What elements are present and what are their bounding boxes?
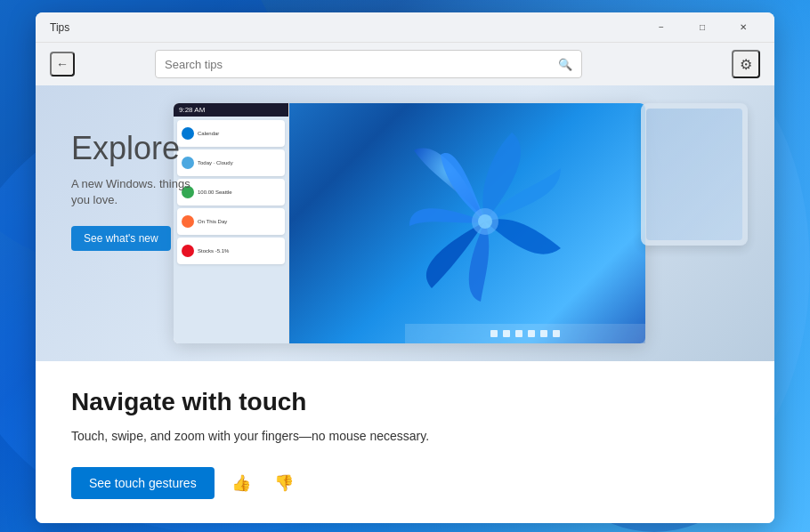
widget-label: Today · Cloudy [198,160,233,165]
close-button[interactable]: ✕ [723,12,764,43]
settings-button[interactable]: ⚙ [732,50,760,78]
tablet-preview [641,103,748,246]
actions-row: See touch gestures 👍 👎 [71,467,739,499]
search-container: 🔍 [155,50,582,78]
hero-section: Explore A new Windows. things you love. … [36,85,774,361]
widget-label: Calendar [198,131,219,136]
win11-screenshot: 9:28 AM Calendar Today · Cloudy 100.0 [174,103,645,343]
content-area: Explore A new Windows. things you love. … [36,85,774,523]
minimize-button[interactable]: − [641,12,682,43]
maximize-button[interactable]: □ [682,12,723,43]
widget-label: 100.00 Seattle [198,189,232,195]
tips-window: Tips − □ ✕ ← 🔍 ⚙ Explore A new Windows. … [36,12,774,523]
screenshot-wallpaper [289,103,645,343]
hero-title: Explore [71,130,196,167]
section-title: Navigate with touch [71,388,739,416]
bottom-content: Navigate with touch Touch, swipe, and zo… [36,361,774,523]
titlebar: Tips − □ ✕ [36,12,774,43]
taskbar-icon [503,330,510,337]
svg-point-1 [478,214,492,229]
thumbs-up-button[interactable]: 👍 [225,467,257,499]
screenshot-taskbar [405,324,645,343]
section-description: Touch, swipe, and zoom with your fingers… [71,427,739,446]
win11-flower-icon [396,124,574,323]
screenshot-time: 9:28 AM [174,103,288,117]
toolbar: ← 🔍 ⚙ [36,43,774,85]
search-input[interactable] [165,58,558,71]
hero-subtitle: A new Windows. things you love. [71,176,196,208]
titlebar-controls: − □ ✕ [641,12,764,43]
search-icon: 🔍 [558,58,572,71]
see-whats-new-button[interactable]: See what's new [71,226,171,251]
window-title: Tips [50,21,69,34]
taskbar-icon [490,330,498,337]
taskbar-icon [528,330,535,337]
widget-label: On This Day [198,219,227,224]
widget-label: Stocks -5.1% [198,248,229,254]
see-touch-gestures-button[interactable]: See touch gestures [71,467,215,499]
taskbar-icon [553,330,560,337]
hero-text: Explore A new Windows. things you love. … [71,130,196,251]
thumbs-down-button[interactable]: 👎 [268,467,300,499]
back-button[interactable]: ← [50,52,75,77]
taskbar-icon [515,330,522,337]
taskbar-icon [540,330,547,337]
tablet-screen [646,109,742,240]
